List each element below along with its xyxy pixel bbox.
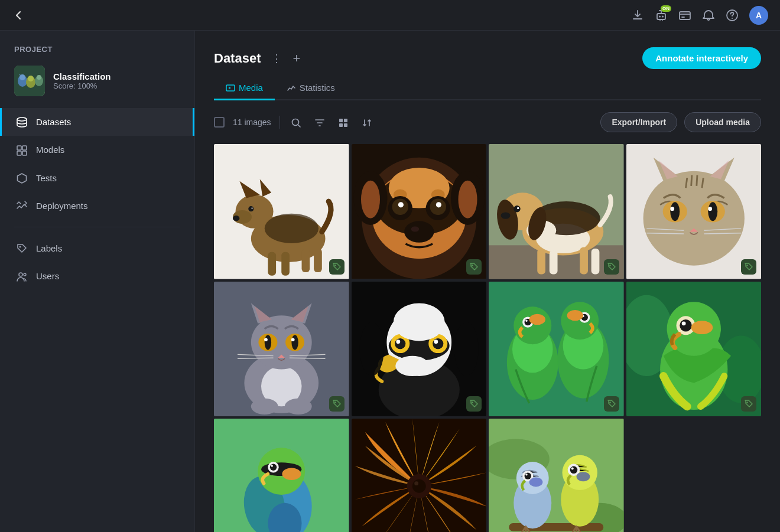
label-badge-3	[604, 259, 619, 275]
svg-rect-17	[22, 146, 27, 150]
bell-icon[interactable]	[702, 9, 715, 22]
svg-point-57	[404, 221, 434, 243]
svg-rect-28	[344, 123, 347, 127]
upload-media-button[interactable]: Upload media	[684, 112, 761, 132]
labels-label: Labels	[36, 243, 62, 253]
image-cell-8[interactable]	[626, 282, 762, 417]
svg-point-120	[334, 402, 336, 403]
svg-point-109	[265, 335, 271, 350]
svg-rect-27	[339, 123, 343, 127]
svg-point-192	[571, 468, 574, 470]
sidebar-item-datasets[interactable]: Datasets	[0, 108, 194, 136]
svg-rect-19	[22, 151, 27, 155]
tab-media[interactable]: Media	[214, 76, 275, 100]
label-badge-1	[329, 259, 344, 275]
topbar-right: ON A	[631, 6, 768, 25]
svg-point-142	[525, 319, 527, 321]
models-icon	[16, 143, 28, 156]
sidebar-item-deployments[interactable]: Deployments	[0, 192, 194, 220]
image-cell-3[interactable]	[489, 144, 624, 279]
project-info: Classification Score: 100%	[53, 71, 111, 90]
datasets-label: Datasets	[36, 117, 71, 127]
deployments-icon	[16, 200, 28, 212]
sidebar-item-models[interactable]: Models	[0, 136, 194, 164]
topbar-left	[12, 9, 25, 22]
avatar[interactable]: A	[749, 6, 768, 25]
models-label: Models	[36, 145, 64, 155]
image-cell-2[interactable]	[352, 144, 487, 279]
help-icon[interactable]	[726, 9, 739, 22]
svg-rect-4	[662, 19, 663, 21]
svg-point-15	[17, 118, 27, 121]
svg-point-14	[37, 75, 41, 80]
svg-point-118	[251, 398, 278, 414]
annotate-button[interactable]: Annotate interactively	[642, 47, 761, 69]
dataset-add-button[interactable]: +	[292, 51, 300, 66]
svg-point-12	[28, 76, 34, 81]
svg-point-130	[434, 340, 438, 344]
search-button[interactable]	[288, 114, 304, 131]
image-6	[352, 282, 487, 417]
svg-point-185	[525, 472, 531, 479]
image-3	[489, 144, 624, 279]
image-10	[352, 419, 487, 532]
svg-point-75	[501, 212, 511, 218]
svg-point-73	[514, 205, 520, 212]
svg-rect-76	[537, 249, 545, 274]
svg-point-169	[271, 465, 273, 466]
svg-point-22	[24, 273, 26, 276]
card-icon[interactable]	[678, 9, 691, 22]
svg-point-151	[609, 402, 610, 403]
image-cell-6[interactable]	[352, 282, 487, 417]
image-cell-7[interactable]	[489, 282, 624, 417]
svg-rect-3	[659, 19, 661, 21]
download-icon[interactable]	[631, 9, 644, 22]
svg-point-177	[414, 481, 418, 485]
dataset-tab-bar: Media Statistics	[214, 76, 761, 100]
deployments-label: Deployments	[36, 201, 88, 211]
users-icon	[16, 270, 28, 282]
svg-point-92	[708, 207, 712, 211]
svg-rect-26	[344, 119, 347, 122]
svg-point-43	[334, 265, 336, 266]
svg-point-187	[529, 477, 543, 487]
datasets-icon	[16, 116, 28, 128]
image-cell-9[interactable]	[214, 419, 349, 532]
sort-button[interactable]	[359, 114, 375, 131]
image-cell-empty	[626, 419, 762, 532]
svg-point-127	[395, 338, 405, 349]
svg-point-160	[691, 321, 713, 334]
project-item[interactable]: Classification Score: 100%	[0, 61, 194, 108]
sidebar-item-users[interactable]: Users	[0, 262, 194, 290]
image-cell-4[interactable]	[626, 144, 762, 279]
image-cell-10[interactable]	[352, 419, 487, 532]
svg-point-161	[746, 402, 748, 403]
sidebar-item-labels[interactable]: Labels	[0, 234, 194, 262]
tab-statistics[interactable]: Statistics	[275, 76, 347, 100]
svg-point-98	[746, 265, 748, 266]
svg-point-170	[282, 468, 301, 480]
sidebar-item-tests[interactable]: Tests	[0, 164, 194, 192]
back-button[interactable]	[12, 9, 25, 22]
export-import-button[interactable]: Export/Import	[600, 112, 677, 132]
svg-rect-18	[17, 151, 21, 155]
image-1	[214, 144, 349, 279]
robot-icon[interactable]: ON	[655, 9, 668, 22]
filter-button[interactable]	[312, 114, 327, 131]
svg-point-42	[265, 214, 318, 243]
tab-media-label: Media	[239, 83, 263, 93]
svg-point-21	[19, 273, 22, 276]
tests-label: Tests	[36, 173, 57, 183]
sidebar: Project Classifica	[0, 31, 195, 532]
svg-point-158	[680, 319, 692, 332]
image-cell-5[interactable]	[214, 282, 349, 417]
image-cell-11[interactable]	[489, 419, 624, 532]
grid-view-button[interactable]	[336, 114, 351, 131]
label-badge-7	[604, 396, 619, 412]
svg-rect-79	[592, 249, 600, 274]
dataset-more-button[interactable]: ⋮	[268, 51, 285, 66]
svg-rect-5	[680, 12, 690, 19]
image-cell-1[interactable]	[214, 144, 349, 279]
action-bar-left: 11 images	[214, 114, 375, 131]
select-all-checkbox[interactable]	[214, 117, 225, 128]
